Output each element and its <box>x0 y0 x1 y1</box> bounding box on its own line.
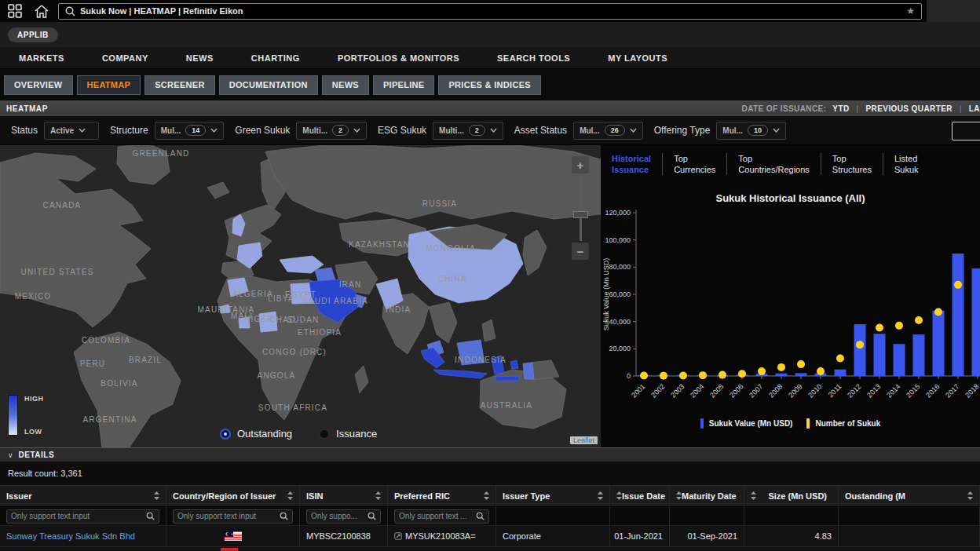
world-map[interactable]: GREENLANDCANADAUNITED STATESMEXICOCOLOMB… <box>0 145 601 447</box>
period-option-ytd[interactable]: YTD <box>832 104 849 113</box>
tab-screener[interactable]: SCREENER <box>144 75 215 95</box>
search-input[interactable] <box>80 6 906 16</box>
applib-button[interactable]: APPLIB <box>8 27 58 42</box>
leaflet-attribution[interactable]: Leaflet <box>570 436 598 444</box>
tab-documentation[interactable]: DOCUMENTATION <box>219 75 318 95</box>
column-header-issuer[interactable]: Issuer <box>0 486 166 506</box>
search-bar[interactable]: ★ <box>58 3 922 20</box>
column-filter-input[interactable] <box>311 512 368 520</box>
column-header-country-region-of-issuer[interactable]: Country/Region of Issuer <box>166 486 300 506</box>
dot-2007[interactable] <box>758 367 766 375</box>
tab-pipeline[interactable]: PIPELINE <box>373 75 435 95</box>
dot-2012[interactable] <box>856 341 864 348</box>
menu-item-markets[interactable]: MARKETS <box>0 53 83 63</box>
sort-icon[interactable] <box>598 491 603 502</box>
dot-2017[interactable] <box>954 281 962 289</box>
bar-2017[interactable] <box>953 254 964 376</box>
sort-icon[interactable] <box>287 491 293 502</box>
column-header-issuer-type[interactable]: Issuer Type <box>496 486 610 506</box>
dot-2013[interactable] <box>876 323 883 331</box>
menu-item-my-layouts[interactable]: MY LAYOUTS <box>589 53 686 63</box>
dot-2006[interactable] <box>738 370 746 378</box>
zoom-slider-handle[interactable] <box>573 211 588 218</box>
zoom-in-button[interactable]: + <box>572 156 589 173</box>
tab-overview[interactable]: OVERVIEW <box>4 75 73 95</box>
filter-dropdown-esg-sukuk[interactable]: Multi...2 <box>433 122 503 140</box>
dot-2015[interactable] <box>915 316 923 324</box>
dot-2002[interactable] <box>660 372 667 380</box>
panel-tab-listed-sukuk[interactable]: ListedSukuk <box>883 153 930 175</box>
filter-dropdown-green-sukuk[interactable]: Multi...2 <box>296 122 367 140</box>
bar-2018[interactable] <box>972 268 980 376</box>
panel-tab-top-structures[interactable]: TopStructures <box>821 153 883 175</box>
sort-icon[interactable] <box>676 491 682 502</box>
column-filter-preferred-ric[interactable] <box>394 509 489 524</box>
column-filter-input[interactable] <box>177 512 280 520</box>
sort-icon[interactable] <box>154 491 159 502</box>
sort-icon[interactable] <box>616 491 622 502</box>
zoom-out-button[interactable]: − <box>572 243 589 260</box>
sort-icon[interactable] <box>751 491 756 502</box>
menu-item-news[interactable]: NEWS <box>167 53 232 63</box>
column-filter-isin[interactable] <box>306 509 381 524</box>
column-filter-input[interactable] <box>11 512 146 520</box>
period-option-previous-quarter[interactable]: PREVIOUS QUARTER <box>866 104 953 113</box>
bar-2016[interactable] <box>933 311 945 376</box>
sort-icon[interactable] <box>967 491 973 502</box>
column-header-oustanding-m[interactable]: Oustanding (M <box>839 486 980 506</box>
tab-prices-indices[interactable]: PRICES & INDICES <box>438 75 540 95</box>
filter-dropdown-asset-status[interactable]: Mul...26 <box>573 122 643 140</box>
zoom-slider[interactable] <box>580 175 582 241</box>
column-header-preferred-ric[interactable]: Preferred RIC <box>388 486 496 506</box>
tab-news[interactable]: NEWS <box>322 75 369 95</box>
radio-issuance[interactable]: Issuance <box>319 428 377 440</box>
dot-2009[interactable] <box>797 360 805 368</box>
filter-dropdown-status[interactable]: Active <box>44 122 99 140</box>
panel-tab-top-currencies[interactable]: TopCurrencies <box>662 153 726 175</box>
dot-2003[interactable] <box>679 371 687 379</box>
column-filter-input[interactable] <box>399 512 476 520</box>
filter-dropdown-structure[interactable]: Mul...14 <box>155 122 225 140</box>
period-option-la[interactable]: LA <box>969 104 980 113</box>
dot-2010[interactable] <box>817 367 825 375</box>
dot-2001[interactable] <box>640 371 648 379</box>
app-grid-icon[interactable] <box>3 1 27 21</box>
column-header-maturity-date[interactable]: Maturity Date <box>670 486 744 506</box>
column-filter-issuer[interactable] <box>6 509 159 524</box>
sort-icon[interactable] <box>484 491 489 502</box>
dot-2014[interactable] <box>895 322 903 330</box>
bar-2008[interactable] <box>776 374 788 376</box>
bar-2013[interactable] <box>874 334 886 376</box>
column-filter-country-region-of-issuer[interactable] <box>173 509 293 524</box>
home-icon[interactable] <box>30 1 53 21</box>
radio-outstanding[interactable]: Outstanding <box>220 428 292 440</box>
bar-2014[interactable] <box>894 344 905 376</box>
sort-icon[interactable] <box>375 491 381 502</box>
menu-item-charting[interactable]: CHARTING <box>232 53 319 63</box>
filter-dropdown-offering-type[interactable]: Mul...10 <box>716 122 786 140</box>
menu-item-portfolios-monitors[interactable]: PORTFOLIOS & MONITORS <box>319 53 478 63</box>
world-heatmap[interactable]: GREENLANDCANADAUNITED STATESMEXICOCOLOMB… <box>0 145 601 447</box>
column-header-issue-date[interactable]: Issue Date <box>610 486 670 506</box>
panel-tab-top-countries-regions[interactable]: TopCountries/Regions <box>726 153 821 175</box>
dot-2004[interactable] <box>699 371 707 379</box>
favorite-star-icon[interactable]: ★ <box>906 5 915 16</box>
panel-tab-historical-issuance[interactable]: HistoricalIssuance <box>601 153 662 175</box>
details-collapse-bar[interactable]: ∨ DETAILS <box>0 447 980 462</box>
bar-2015[interactable] <box>913 334 925 376</box>
dot-2008[interactable] <box>777 363 785 371</box>
dot-2011[interactable] <box>836 354 844 362</box>
bar-2011[interactable] <box>835 370 847 376</box>
bar-2012[interactable] <box>854 324 866 376</box>
dot-2016[interactable] <box>934 308 942 316</box>
preferred-ric-value[interactable]: MYSUK210083A= <box>405 531 476 541</box>
bar-2009[interactable] <box>795 373 807 376</box>
table-row[interactable]: Sunway Treasury Sukuk Sdn Bhd✦MYBSC21008… <box>0 526 980 547</box>
tab-heatmap[interactable]: HEATMAP <box>77 75 141 95</box>
menu-item-search-tools[interactable]: SEARCH TOOLS <box>478 53 589 63</box>
menu-item-company[interactable]: COMPANY <box>83 53 167 63</box>
column-header-size-mn-usd[interactable]: Size (Mn USD) <box>744 486 839 506</box>
dot-2005[interactable] <box>719 371 726 379</box>
issuer-link[interactable]: Sunway Treasury Sukuk Sdn Bhd <box>6 531 135 541</box>
column-header-isin[interactable]: ISIN <box>300 486 388 506</box>
